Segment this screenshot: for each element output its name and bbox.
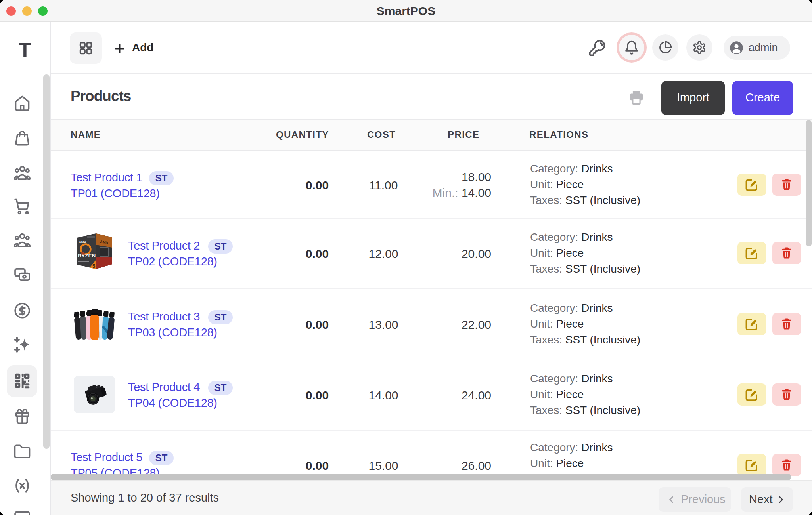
svg-text:RYZEN: RYZEN: [78, 253, 96, 259]
svg-text:5: 5: [92, 263, 95, 269]
svg-text:AMD: AMD: [79, 240, 86, 244]
